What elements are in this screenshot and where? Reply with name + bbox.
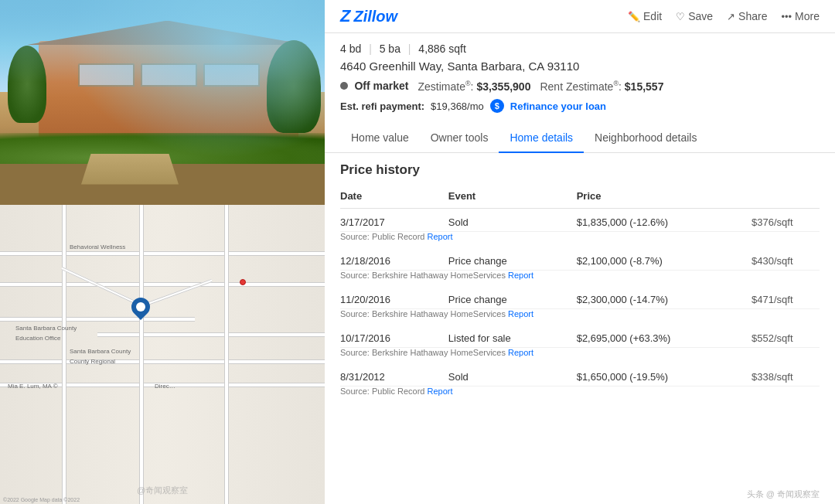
report-link[interactable]: Report (508, 309, 533, 318)
zillow-z-icon: Z (340, 6, 350, 26)
map-label: Mia E. Lum, MA © (8, 383, 58, 390)
map-road (0, 282, 325, 287)
map-label: Education Office (15, 335, 61, 342)
source-row: Source: Public Record Report (340, 387, 820, 403)
zillow-logo: Z Zillow (340, 6, 397, 26)
bottom-watermark: 头条 @ 奇闻观察室 (747, 489, 820, 500)
property-image (0, 0, 325, 205)
map-source: ©2022 Google Map data ©2022 (3, 497, 80, 502)
source-text: Source: Berkshire Hathaway HomeServices … (340, 348, 820, 364)
source-row: Source: Berkshire Hathaway HomeServices … (340, 271, 820, 287)
source-text: Source: Berkshire Hathaway HomeServices … (340, 309, 820, 325)
refinance-link[interactable]: Refinance your loan (510, 100, 606, 112)
dollar-icon: $ (490, 99, 504, 113)
left-panel: Behavioral Wellness Santa Barbara County… (0, 0, 325, 504)
col-price: Price (577, 184, 752, 209)
price-date: 11/20/2016 (340, 286, 448, 309)
price-history-table: Date Event Price 3/17/2017 Sold $1,835,0… (340, 184, 820, 402)
price-value: $1,650,000 (-19.5%) (577, 363, 752, 387)
share-button[interactable]: ↗ Share (727, 10, 767, 22)
header-actions: ✏️ Edit ♡ Save ↗ Share ••• More (628, 10, 820, 22)
col-sqft (752, 184, 820, 209)
content-area[interactable]: Price history Date Event Price 3/17/2017… (325, 153, 835, 504)
stat-sep: | (408, 43, 411, 55)
status-indicator: Off market (340, 79, 408, 93)
col-event: Event (448, 184, 577, 209)
tree-right (267, 40, 321, 133)
map-road (62, 205, 66, 504)
tab-home-value[interactable]: Home value (340, 124, 420, 153)
map-road (0, 359, 325, 364)
more-icon: ••• (781, 11, 792, 22)
source-text: Source: Berkshire Hathaway HomeServices … (340, 271, 820, 287)
price-value: $2,300,000 (-14.7%) (577, 286, 752, 309)
price-value: $2,100,000 (-8.7%) (577, 247, 752, 271)
price-date: 10/17/2016 (340, 325, 448, 348)
table-row: 12/18/2016 Price change $2,100,000 (-8.7… (340, 247, 820, 271)
house-window (203, 63, 260, 87)
property-stats: 4 bd | 5 ba | 4,886 sqft (340, 43, 820, 55)
price-sqft: $338/sqft (752, 363, 820, 387)
price-sqft: $552/sqft (752, 325, 820, 348)
report-link[interactable]: Report (428, 232, 453, 241)
price-date: 8/31/2012 (340, 363, 448, 387)
price-sqft: $376/sqft (752, 209, 820, 232)
tree-left (8, 46, 46, 123)
map-label: Santa Barbara County (15, 325, 77, 332)
sky-bg (0, 0, 325, 92)
heart-icon: ♡ (676, 11, 685, 22)
map-area[interactable]: Behavioral Wellness Santa Barbara County… (0, 205, 325, 504)
col-date: Date (340, 184, 448, 209)
baths-stat: 5 ba (380, 43, 400, 55)
price-event: Listed for sale (448, 325, 577, 348)
reg-mark: ® (465, 80, 471, 87)
more-button[interactable]: ••• More (781, 10, 820, 22)
house-window (78, 63, 135, 87)
reg-mark2: ® (613, 80, 619, 87)
save-button[interactable]: ♡ Save (676, 10, 713, 22)
map-road (0, 317, 195, 322)
zestimate-value: $3,355,900 (476, 80, 530, 92)
secondary-marker (240, 279, 246, 285)
map-label: Behavioral Wellness (70, 243, 125, 250)
report-link[interactable]: Report (428, 387, 453, 396)
map-road (139, 205, 144, 504)
table-row: 11/20/2016 Price change $2,300,000 (-14.… (340, 286, 820, 309)
right-panel: Z Zillow ✏️ Edit ♡ Save ↗ Share ••• More (325, 0, 835, 504)
price-date: 3/17/2017 (340, 209, 448, 232)
map-label: Santa Barbara County (70, 348, 131, 355)
map-label: Direc… (155, 383, 176, 390)
source-row: Source: Berkshire Hathaway HomeServices … (340, 309, 820, 325)
table-row: 10/17/2016 Listed for sale $2,695,000 (+… (340, 325, 820, 348)
map-road (0, 251, 325, 256)
tab-owner-tools[interactable]: Owner tools (420, 124, 499, 153)
rent-zestimate-label: Rent Zestimate®: $15,557 (540, 80, 663, 93)
tab-neighborhood-details[interactable]: Neighborhood details (584, 124, 707, 153)
map-label: County Regional (70, 358, 115, 365)
price-date: 12/18/2016 (340, 247, 448, 271)
share-icon: ↗ (727, 11, 735, 22)
price-sqft: $471/sqft (752, 286, 820, 309)
map-background: Behavioral Wellness Santa Barbara County… (0, 205, 325, 504)
share-label: Share (738, 10, 767, 22)
property-status-row: Off market Zestimate®: $3,355,900 Rent Z… (340, 79, 820, 93)
report-link[interactable]: Report (508, 348, 533, 357)
price-value: $1,835,000 (-12.6%) (577, 209, 752, 232)
source-text: Source: Public Record Report (340, 232, 820, 248)
edit-button[interactable]: ✏️ Edit (628, 10, 662, 22)
home-marker[interactable] (128, 294, 154, 320)
map-road (224, 205, 229, 504)
price-event: Price change (448, 247, 577, 271)
vegetation-front (0, 133, 325, 164)
zestimate-label: Zestimate®: $3,355,900 (418, 80, 530, 93)
price-event: Sold (448, 363, 577, 387)
zillow-header: Z Zillow ✏️ Edit ♡ Save ↗ Share ••• More (325, 0, 835, 33)
more-label: More (795, 10, 820, 22)
off-market-label: Off market (354, 80, 408, 92)
refi-label: Est. refi payment: (340, 100, 424, 112)
tab-home-details[interactable]: Home details (499, 124, 584, 153)
house-window (141, 63, 197, 87)
tabs: Home value Owner tools Home details Neig… (325, 124, 835, 153)
report-link[interactable]: Report (508, 271, 533, 280)
zillow-brand-name: Zillow (353, 8, 397, 26)
